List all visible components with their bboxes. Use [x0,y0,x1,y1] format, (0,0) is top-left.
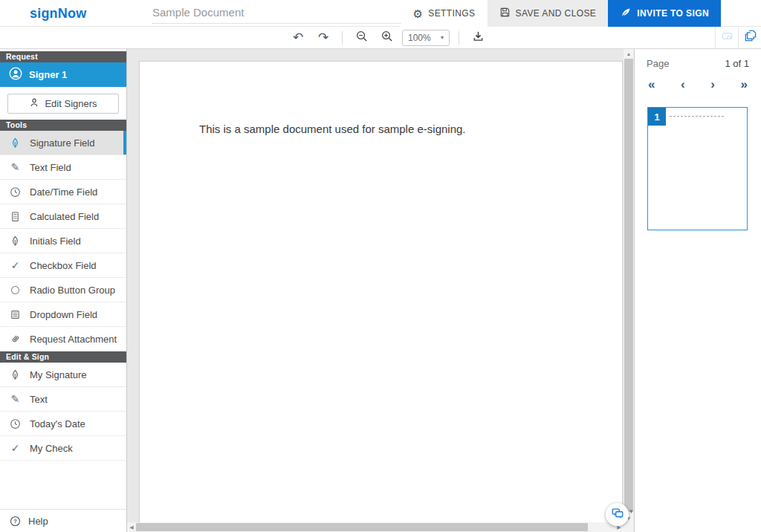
download-icon [472,30,485,45]
tool-text-field[interactable]: ✎ Text Field [0,155,126,180]
chat-support-button[interactable] [606,503,629,526]
tool-label: Today's Date [30,418,85,429]
vertical-scrollbar-thumb[interactable] [624,59,633,512]
edit-signers-label: Edit Signers [45,98,97,109]
tool-checkbox-field[interactable]: ✓ Checkbox Field [0,253,126,278]
clock-icon [9,186,22,198]
top-header: signNow Sample Document ⚙ SETTINGS SAVE … [0,0,761,27]
gear-icon: ⚙ [412,8,423,19]
document-settings-icon [721,30,734,45]
toolbar-divider [459,31,459,45]
tool-radio-button-group[interactable]: Radio Button Group [0,278,126,302]
signnow-logo[interactable]: signNow [30,0,86,27]
zoom-in-button[interactable] [377,29,396,47]
edit-and-sign-section-header: Edit & Sign [0,351,126,363]
zoom-level-value: 100% [408,33,431,43]
toolbar-center-group: ↶ ↷ 100% ▾ [288,27,488,48]
pages-panel-icon [744,30,757,45]
settings-label: SETTINGS [428,8,475,19]
tool-initials-field[interactable]: Initials Field [0,229,126,253]
floppy-icon [499,7,511,20]
tool-dropdown-field[interactable]: Dropdown Field [0,302,126,327]
invite-to-sign-label: INVITE TO SIGN [637,8,709,19]
undo-button[interactable]: ↶ [288,29,308,47]
pager-arrows: « ‹ › » [635,69,761,91]
tool-label: My Check [30,443,73,454]
toolbar-right-group [715,27,761,48]
page-number-badge: 1 [648,108,666,126]
tool-label: Checkbox Field [30,260,97,271]
pen-nib-icon [9,369,22,380]
checkmark-icon: ✓ [9,260,22,270]
request-section-header: Request [0,51,126,62]
document-body-text: This is a sample document used for sampl… [199,123,466,135]
svg-text:?: ? [13,518,17,525]
tool-label: Text Field [30,162,71,173]
redo-button[interactable]: ↷ [314,29,333,47]
vertical-scrollbar[interactable]: ▲ ▼ [624,49,634,522]
tool-my-signature[interactable]: My Signature [0,363,126,387]
zoom-out-icon [355,30,368,45]
previous-page-icon[interactable]: ‹ [681,78,685,91]
tool-todays-date[interactable]: Today's Date [0,412,126,436]
signer-1-item[interactable]: Signer 1 [0,62,126,87]
scroll-left-arrow-icon[interactable]: ◀ [127,522,136,532]
invite-to-sign-button[interactable]: INVITE TO SIGN [608,0,721,27]
pen-nib-icon [9,236,22,247]
download-button[interactable] [468,29,488,47]
tool-label: Calculated Field [30,211,99,222]
zoom-in-icon [380,30,393,45]
help-button[interactable]: ? Help [0,509,126,532]
edit-signers-button[interactable]: Edit Signers [7,94,119,114]
pages-panel-button[interactable] [738,27,761,48]
chat-collapse-caret-icon[interactable]: ▾ [629,507,633,515]
first-page-icon[interactable]: « [648,78,655,91]
thumbnail-text-placeholder [670,116,724,117]
toolbar-divider [342,31,343,45]
undo-icon: ↶ [293,31,303,44]
horizontal-scrollbar[interactable]: ◀ ▶ [127,522,624,532]
pager-header: Page 1 of 1 [635,49,761,69]
horizontal-scrollbar-thumb[interactable] [136,523,588,531]
paperclip-icon [9,334,22,345]
document-page[interactable]: This is a sample document used for sampl… [139,61,623,532]
signnow-editor: signNow Sample Document ⚙ SETTINGS SAVE … [0,0,761,532]
tool-my-check[interactable]: ✓ My Check [0,436,126,461]
checkmark-icon: ✓ [9,443,22,453]
signer-label: Signer 1 [29,69,67,80]
avatar-icon [9,67,22,83]
tool-label: Text [30,394,48,405]
save-and-close-button[interactable]: SAVE AND CLOSE [488,0,609,27]
help-icon: ? [9,516,22,527]
tool-label: Request Attachment [30,334,117,345]
clock-icon [9,418,22,429]
listbox-icon [9,309,22,320]
tools-section-header: Tools [0,120,126,131]
last-page-icon[interactable]: » [741,78,748,91]
calculator-icon [9,211,22,222]
pencil-icon: ✎ [9,394,22,404]
tool-datetime-field[interactable]: Date/Time Field [0,180,126,204]
pen-nib-icon [9,137,22,149]
pencil-icon: ✎ [9,162,22,172]
document-canvas: This is a sample document used for sampl… [127,49,624,532]
tool-calculated-field[interactable]: Calculated Field [0,204,126,229]
settings-button[interactable]: ⚙ SETTINGS [401,0,487,27]
editor-toolbar: ↶ ↷ 100% ▾ [0,27,761,49]
quill-icon [620,7,632,21]
tool-label: Initials Field [30,236,81,247]
page-thumbnail[interactable]: 1 [647,107,748,230]
help-label: Help [28,516,48,527]
tool-signature-field[interactable]: Signature Field [0,131,126,155]
next-page-icon[interactable]: › [710,78,715,91]
tool-label: My Signature [30,369,87,380]
tool-request-attachment[interactable]: Request Attachment [0,327,126,351]
document-settings-button[interactable] [715,27,738,48]
chat-icon [611,507,624,523]
scroll-up-arrow-icon[interactable]: ▲ [624,49,634,58]
radio-icon [9,286,22,294]
zoom-out-button[interactable] [352,29,371,47]
tool-text[interactable]: ✎ Text [0,387,126,412]
zoom-level-select[interactable]: 100% ▾ [402,30,450,46]
redo-icon: ↷ [318,31,328,44]
